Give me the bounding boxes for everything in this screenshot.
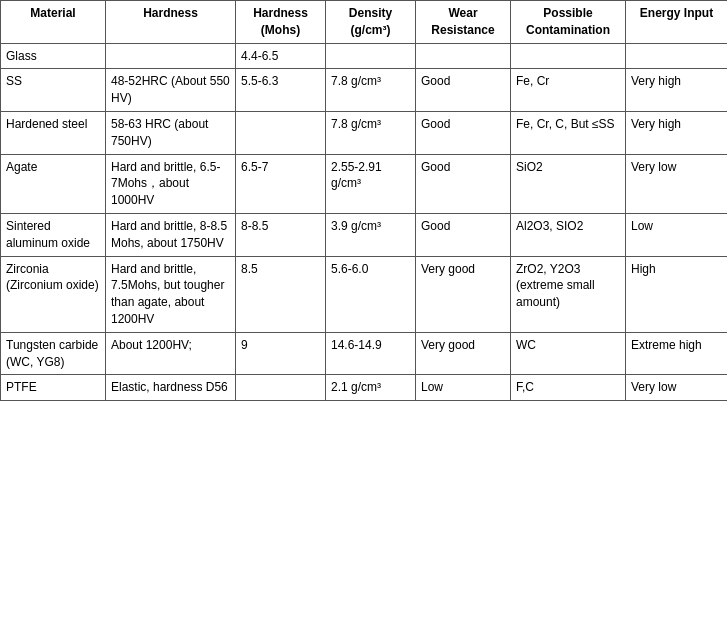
cell-energy_input: Extreme high [626,332,728,375]
table-row: Tungsten carbide (WC, YG8)About 1200HV;9… [1,332,728,375]
header-density: Density (g/cm³) [326,1,416,44]
cell-wear_resistance: Good [416,154,511,213]
cell-energy_input [626,43,728,69]
header-hardness-mohs: Hardness (Mohs) [236,1,326,44]
cell-density: 7.8 g/cm³ [326,111,416,154]
cell-contamination [511,43,626,69]
cell-density: 14.6-14.9 [326,332,416,375]
cell-material: Glass [1,43,106,69]
cell-energy_input: Very low [626,154,728,213]
cell-hardness_mohs: 5.5-6.3 [236,69,326,112]
cell-wear_resistance: Good [416,69,511,112]
cell-hardness: Hard and brittle, 6.5-7Mohs，about 1000HV [106,154,236,213]
cell-energy_input: High [626,256,728,332]
cell-density: 3.9 g/cm³ [326,213,416,256]
header-wear-resistance: Wear Resistance [416,1,511,44]
cell-material: PTFE [1,375,106,401]
header-material: Material [1,1,106,44]
cell-contamination: SiO2 [511,154,626,213]
cell-wear_resistance: Very good [416,256,511,332]
table-row: SS48-52HRC (About 550 HV)5.5-6.37.8 g/cm… [1,69,728,112]
cell-density: 5.6-6.0 [326,256,416,332]
cell-energy_input: Very high [626,111,728,154]
cell-energy_input: Low [626,213,728,256]
cell-contamination: F,C [511,375,626,401]
cell-wear_resistance [416,43,511,69]
cell-hardness: Elastic, hardness D56 [106,375,236,401]
table-row: Sintered aluminum oxideHard and brittle,… [1,213,728,256]
cell-density: 7.8 g/cm³ [326,69,416,112]
cell-hardness: 48-52HRC (About 550 HV) [106,69,236,112]
header-energy-input: Energy Input [626,1,728,44]
cell-density: 2.1 g/cm³ [326,375,416,401]
cell-wear_resistance: Very good [416,332,511,375]
cell-hardness_mohs: 4.4-6.5 [236,43,326,69]
table-row: Glass4.4-6.5 [1,43,728,69]
cell-hardness: About 1200HV; [106,332,236,375]
cell-density: 2.55-2.91 g/cm³ [326,154,416,213]
materials-table: Material Hardness Hardness (Mohs) Densit… [0,0,727,401]
cell-hardness_mohs [236,375,326,401]
cell-material: Zirconia (Zirconium oxide) [1,256,106,332]
cell-wear_resistance: Good [416,111,511,154]
cell-material: Hardened steel [1,111,106,154]
cell-density [326,43,416,69]
cell-material: Tungsten carbide (WC, YG8) [1,332,106,375]
cell-hardness_mohs: 8.5 [236,256,326,332]
cell-wear_resistance: Low [416,375,511,401]
cell-contamination: Fe, Cr [511,69,626,112]
cell-contamination: Al2O3, SIO2 [511,213,626,256]
cell-hardness_mohs [236,111,326,154]
header-hardness: Hardness [106,1,236,44]
cell-contamination: ZrO2, Y2O3 (extreme small amount) [511,256,626,332]
table-row: PTFEElastic, hardness D562.1 g/cm³LowF,C… [1,375,728,401]
cell-hardness_mohs: 6.5-7 [236,154,326,213]
cell-wear_resistance: Good [416,213,511,256]
cell-material: SS [1,69,106,112]
cell-energy_input: Very high [626,69,728,112]
cell-energy_input: Very low [626,375,728,401]
table-row: Zirconia (Zirconium oxide)Hard and britt… [1,256,728,332]
table-row: AgateHard and brittle, 6.5-7Mohs，about 1… [1,154,728,213]
cell-material: Agate [1,154,106,213]
cell-hardness [106,43,236,69]
cell-contamination: Fe, Cr, C, But ≤SS [511,111,626,154]
cell-hardness_mohs: 9 [236,332,326,375]
cell-hardness_mohs: 8-8.5 [236,213,326,256]
table-row: Hardened steel58-63 HRC (about 750HV)7.8… [1,111,728,154]
cell-contamination: WC [511,332,626,375]
cell-hardness: Hard and brittle, 8-8.5 Mohs, about 1750… [106,213,236,256]
cell-material: Sintered aluminum oxide [1,213,106,256]
header-contamination: Possible Contamination [511,1,626,44]
cell-hardness: Hard and brittle, 7.5Mohs, but tougher t… [106,256,236,332]
cell-hardness: 58-63 HRC (about 750HV) [106,111,236,154]
